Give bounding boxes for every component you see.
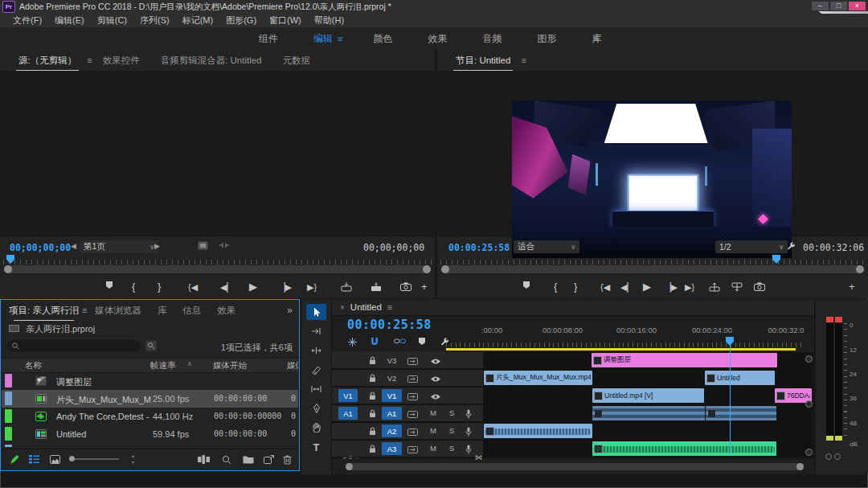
mark-in-icon[interactable]: { <box>554 281 557 293</box>
tab-libraries[interactable]: 库 <box>149 305 175 317</box>
menu-help[interactable]: 帮助(H) <box>308 14 350 27</box>
sync-lock-icon[interactable] <box>407 357 418 367</box>
workspace-tab-color[interactable]: 颜色 <box>355 32 410 46</box>
add-marker-icon[interactable] <box>418 337 426 347</box>
menu-edit[interactable]: 编辑(E) <box>48 14 91 27</box>
project-tabs-overflow-chevron[interactable]: » <box>287 305 293 316</box>
lift-icon[interactable] <box>709 282 720 294</box>
maximize-button[interactable]: □ <box>830 2 847 10</box>
go-to-in-icon[interactable]: {◀ <box>600 281 610 293</box>
button-editor-plus-icon[interactable]: + <box>421 281 428 293</box>
snap-magnet-icon[interactable] <box>370 337 379 349</box>
project-row-selected-sequence[interactable]: 片头_Mux_Mux_Mux_Muxi 25.00 fps 00:00:00:0… <box>2 390 298 408</box>
menu-graphics[interactable]: 图形(G) <box>219 14 263 27</box>
track-v1-lane[interactable]: Untitled.mp4 [V] 76DDAA25 <box>483 388 812 404</box>
label-chip-green[interactable] <box>5 427 12 441</box>
go-to-out-icon[interactable]: ▶} <box>685 281 694 293</box>
mark-out-icon[interactable]: } <box>158 281 161 293</box>
scrollbar-left-handle[interactable] <box>346 463 353 470</box>
close-button[interactable]: × <box>849 2 866 10</box>
program-time-ruler[interactable] <box>440 256 865 265</box>
menu-sequence[interactable]: 序列(S) <box>133 14 176 27</box>
master-track-mini-controls[interactable]: ⌐ ≡ ·· <box>343 454 358 461</box>
lock-icon[interactable] <box>369 391 376 402</box>
project-row-audio[interactable]: Andy The Core,Detest - Kill S 44,100 Hz … <box>2 408 298 425</box>
menu-markers[interactable]: 标记(M) <box>176 14 220 27</box>
lock-icon[interactable] <box>369 426 376 437</box>
menu-clip[interactable]: 剪辑(C) <box>91 14 133 27</box>
playback-resolution-dropdown[interactable]: 1/2 ∨ <box>715 240 788 253</box>
insert-as-nested-icon[interactable] <box>347 337 358 349</box>
zoom-level-dropdown[interactable]: 适合 ∨ <box>514 240 579 253</box>
workspace-tab-editing[interactable]: 编辑 <box>296 32 338 46</box>
clip-adjustment-layer[interactable]: 调整图层 <box>592 353 777 367</box>
search-input[interactable] <box>7 340 141 352</box>
column-media-start[interactable]: 媒体开始 <box>213 360 247 371</box>
mark-in-icon[interactable]: { <box>132 281 135 293</box>
new-item-icon[interactable] <box>264 455 274 465</box>
meter-solo-left[interactable] <box>825 453 832 460</box>
step-forward-icon[interactable]: ▕▶ <box>664 281 678 293</box>
play-icon[interactable]: ▶ <box>643 281 651 293</box>
program-zoom-scrollbar[interactable] <box>441 265 864 273</box>
menu-window[interactable]: 窗口(W) <box>263 14 308 27</box>
source-zoom-scrollbar[interactable] <box>4 265 431 273</box>
export-frame-icon[interactable] <box>754 282 765 293</box>
linked-selection-icon[interactable] <box>394 337 406 347</box>
track-name[interactable]: V1 <box>382 389 402 402</box>
solo-button[interactable]: S <box>449 444 454 453</box>
project-row-partial[interactable] <box>2 443 298 447</box>
go-to-out-icon[interactable]: ▶} <box>307 281 317 293</box>
column-name[interactable]: 名称 <box>25 360 42 371</box>
tab-effect-controls[interactable]: 效果控件 <box>92 55 150 67</box>
track-output-eye-icon[interactable] <box>430 357 441 367</box>
find-icon[interactable] <box>222 455 231 466</box>
list-view-icon[interactable] <box>29 455 39 465</box>
solo-button[interactable]: S <box>449 408 454 417</box>
label-chip-green[interactable] <box>5 409 12 423</box>
mute-button[interactable]: M <box>430 444 436 453</box>
workspace-tab-graphics[interactable]: 图形 <box>519 32 574 46</box>
close-sequence-icon[interactable]: × <box>340 303 345 312</box>
lock-icon[interactable] <box>369 373 376 384</box>
go-to-in-icon[interactable]: {◀ <box>188 281 198 293</box>
mute-button[interactable]: M <box>430 426 436 435</box>
workspace-tab-audio[interactable]: 音频 <box>465 32 519 46</box>
settings-wrench-icon[interactable] <box>786 241 796 253</box>
project-file-name[interactable]: 亲人两行泪.prproj <box>26 323 95 335</box>
workspace-tab-assembly[interactable]: 组件 <box>241 32 296 46</box>
workspace-menu-icon[interactable]: ≡ <box>338 34 355 43</box>
step-back-icon[interactable]: ◀▏ <box>220 281 234 293</box>
timeline-panel-menu-icon[interactable]: ≡ <box>387 302 392 312</box>
automate-to-sequence-icon[interactable] <box>198 455 210 465</box>
source-patch-v1[interactable]: V1 <box>338 389 358 402</box>
slip-tool[interactable] <box>306 381 326 397</box>
project-row-untitled-sequence[interactable]: Untitled 59.94 fps 00:00:00:00 0 <box>2 425 298 443</box>
lock-icon[interactable] <box>369 444 376 455</box>
track-v3-lane[interactable]: 调整图层 <box>483 352 812 368</box>
clip-untitled-mp4-v[interactable]: Untitled.mp4 [V] <box>592 388 704 403</box>
lock-icon[interactable] <box>369 408 376 420</box>
work-area-bar[interactable] <box>446 348 796 351</box>
voiceover-mic-icon[interactable] <box>465 445 472 456</box>
project-writable-icon[interactable] <box>10 455 19 466</box>
page-prev-icon[interactable]: ◀ <box>71 242 76 250</box>
ripple-edit-tool[interactable] <box>306 342 326 359</box>
tab-source[interactable]: 源:（无剪辑） <box>8 55 87 67</box>
scrollbar-left-handle[interactable] <box>4 265 12 273</box>
sync-lock-icon[interactable] <box>407 445 418 455</box>
project-row-adjustment-layer[interactable]: 调整图层 <box>2 372 298 390</box>
add-marker-icon[interactable] <box>522 281 530 292</box>
timeline-ruler[interactable] <box>446 338 801 347</box>
extract-icon[interactable] <box>731 282 743 294</box>
lock-icon[interactable] <box>369 355 376 367</box>
scrollbar-right-handle[interactable] <box>796 463 804 470</box>
page-select-dropdown[interactable]: 第1页 ∨ <box>80 240 158 253</box>
scrollbar-right-handle[interactable] <box>423 265 431 273</box>
pen-tool[interactable] <box>306 400 326 416</box>
track-name[interactable]: A2 <box>382 424 402 437</box>
clip-indicator-right[interactable] <box>835 317 842 322</box>
scrollbar-left-handle[interactable] <box>441 265 449 273</box>
track-v2-lane[interactable]: 片头_Mux_Mux_Mux_Mux.mp4 Untitled <box>483 370 812 386</box>
icon-view-icon[interactable] <box>50 455 60 465</box>
